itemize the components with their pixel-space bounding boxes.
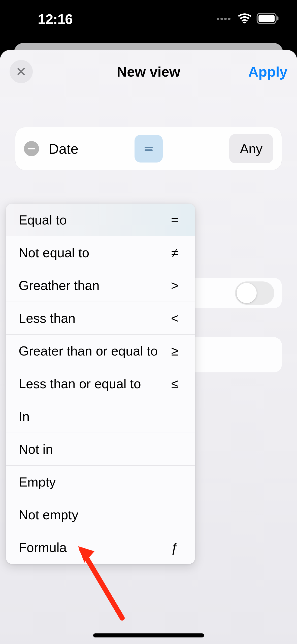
filter-value-chip[interactable]: Any bbox=[229, 134, 273, 163]
svg-rect-2 bbox=[277, 16, 278, 20]
status-bar: 12:16 bbox=[0, 0, 297, 43]
operator-option-less-than-or-equal-to[interactable]: Less than or equal to ≤ bbox=[6, 367, 195, 400]
operator-option-greater-than-or-equal-to[interactable]: Greater than or equal to ≥ bbox=[6, 335, 195, 367]
close-icon bbox=[16, 67, 26, 77]
operator-option-not-in[interactable]: Not in bbox=[6, 433, 195, 466]
lte-icon: ≤ bbox=[167, 376, 182, 391]
operator-selector[interactable] bbox=[135, 135, 163, 163]
operator-option-less-than[interactable]: Less than < bbox=[6, 302, 195, 335]
equals-icon: = bbox=[167, 212, 182, 228]
status-indicators bbox=[217, 13, 279, 25]
operator-option-in[interactable]: In bbox=[6, 400, 195, 433]
filter-condition-row: Date Any bbox=[15, 127, 282, 170]
equals-icon bbox=[145, 145, 153, 152]
svg-rect-1 bbox=[258, 15, 275, 22]
apply-button[interactable]: Apply bbox=[248, 63, 287, 80]
home-indicator[interactable] bbox=[93, 633, 204, 637]
new-view-sheet: New view Apply Date Any Equal to = Not e… bbox=[0, 50, 297, 644]
operator-option-equal-to[interactable]: Equal to = bbox=[6, 204, 195, 236]
remove-condition-icon[interactable] bbox=[24, 141, 39, 156]
formula-icon: ƒ bbox=[167, 540, 182, 555]
sheet-header: New view Apply bbox=[0, 59, 297, 84]
status-time: 12:16 bbox=[38, 11, 73, 27]
battery-icon bbox=[256, 13, 279, 25]
close-button[interactable] bbox=[10, 60, 33, 83]
greater-than-icon: > bbox=[167, 278, 182, 293]
gte-icon: ≥ bbox=[167, 343, 182, 359]
toggle-knob bbox=[237, 283, 257, 303]
operator-dropdown: Equal to = Not equal to ≠ Greather than … bbox=[6, 204, 195, 564]
option-toggle[interactable] bbox=[235, 281, 274, 305]
less-than-icon: < bbox=[167, 311, 182, 326]
cellular-dots-icon bbox=[217, 18, 230, 20]
wifi-icon bbox=[238, 13, 252, 25]
operator-option-not-equal-to[interactable]: Not equal to ≠ bbox=[6, 236, 195, 269]
operator-option-empty[interactable]: Empty bbox=[6, 466, 195, 498]
operator-option-formula[interactable]: Formula ƒ bbox=[6, 531, 195, 564]
filter-field-label[interactable]: Date bbox=[49, 141, 78, 157]
sheet-title: New view bbox=[117, 63, 180, 80]
operator-option-not-empty[interactable]: Not empty bbox=[6, 498, 195, 531]
operator-option-greather-than[interactable]: Greather than > bbox=[6, 269, 195, 302]
not-equal-icon: ≠ bbox=[167, 245, 182, 260]
